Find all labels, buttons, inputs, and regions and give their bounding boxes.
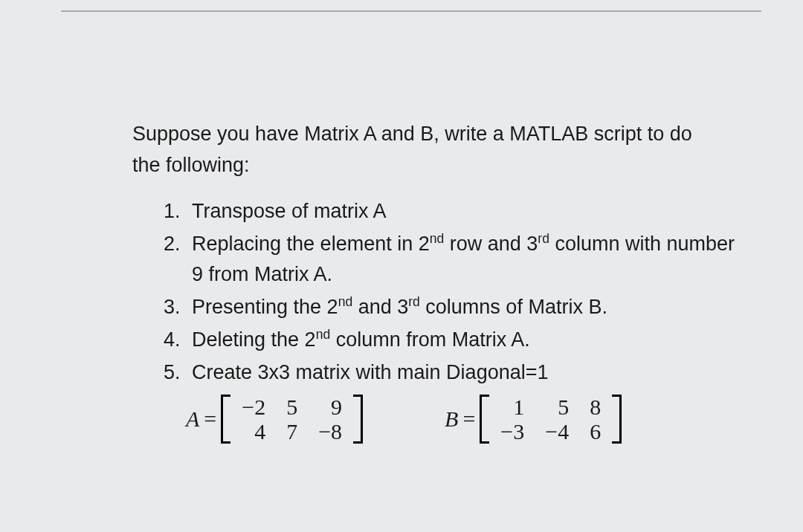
matrix-b-r1c1: −4	[535, 419, 579, 444]
matrix-a-r1c1: 7	[276, 419, 308, 444]
task-3-sup-2: rd	[408, 294, 420, 309]
matrix-b-r1c0: −3	[490, 419, 535, 444]
task-3-part-a: Presenting the 2	[192, 296, 338, 318]
task-3-part-b: and 3	[352, 296, 408, 318]
matrix-b-equals: =	[462, 402, 475, 437]
matrix-b-r1c2: 6	[579, 419, 611, 444]
matrix-a-label: A	[186, 402, 199, 437]
task-4-part-a: Deleting the 2	[192, 328, 316, 351]
task-3: Presenting the 2nd and 3rd columns of Ma…	[186, 292, 744, 323]
task-2-part-a: Replacing the element in 2	[192, 233, 430, 255]
task-2: Replacing the element in 2nd row and 3rd…	[186, 229, 744, 291]
intro-line-1: Suppose you have Matrix A and B, write a…	[132, 123, 692, 145]
matrix-b-label: B	[445, 402, 458, 437]
matrix-a-row-1: 4 7 −8	[231, 419, 352, 444]
task-2-sup-2: rd	[538, 231, 549, 246]
matrix-b-r0c2: 8	[579, 395, 611, 419]
task-list: Transpose of matrix A Replacing the elem…	[132, 196, 744, 389]
task-5: Create 3x3 matrix with main Diagonal=1	[186, 357, 744, 389]
matrix-a-equals: =	[204, 402, 216, 437]
task-1-text: Transpose of matrix A	[192, 200, 387, 222]
matrix-a-r0c0: −2	[231, 395, 276, 419]
task-4: Deleting the 2nd column from Matrix A.	[186, 325, 744, 356]
intro-text: Suppose you have Matrix A and B, write a…	[132, 119, 744, 181]
matrix-b: 1 5 8 −3 −4 6	[480, 395, 622, 444]
task-4-sup-1: nd	[316, 327, 331, 342]
intro-line-2: the following:	[132, 154, 250, 176]
matrix-a-r0c2: 9	[308, 395, 352, 419]
matrix-a-r1c0: 4	[231, 419, 276, 444]
matrix-a-row-0: −2 5 9	[231, 395, 352, 419]
page: Suppose you have Matrix A and B, write a…	[0, 0, 803, 532]
task-4-part-b: column from Matrix A.	[330, 328, 530, 351]
task-2-sup-1: nd	[430, 231, 445, 246]
task-5-text: Create 3x3 matrix with main Diagonal=1	[192, 361, 548, 383]
content-area: Suppose you have Matrix A and B, write a…	[132, 119, 744, 444]
task-3-sup-1: nd	[338, 294, 353, 309]
matrix-b-r0c0: 1	[490, 395, 535, 419]
matrices-row: A = −2 5 9 4 7 −8	[132, 395, 744, 444]
matrix-b-row-1: −3 −4 6	[490, 419, 611, 444]
matrix-b-row-0: 1 5 8	[490, 395, 611, 419]
matrix-b-table: 1 5 8 −3 −4 6	[490, 395, 611, 444]
matrix-b-block: B = 1 5 8 −3 −4 6	[445, 395, 622, 444]
task-3-part-c: columns of Matrix B.	[420, 296, 607, 318]
task-1: Transpose of matrix A	[186, 196, 744, 227]
top-divider	[61, 10, 761, 12]
matrix-b-r0c1: 5	[535, 395, 579, 419]
matrix-a-r0c1: 5	[276, 395, 308, 419]
matrix-a-block: A = −2 5 9 4 7 −8	[186, 395, 363, 444]
task-2-part-b: row and 3	[444, 233, 538, 255]
matrix-a-table: −2 5 9 4 7 −8	[231, 395, 352, 444]
matrix-a: −2 5 9 4 7 −8	[221, 395, 363, 444]
matrix-a-r1c2: −8	[308, 419, 352, 444]
